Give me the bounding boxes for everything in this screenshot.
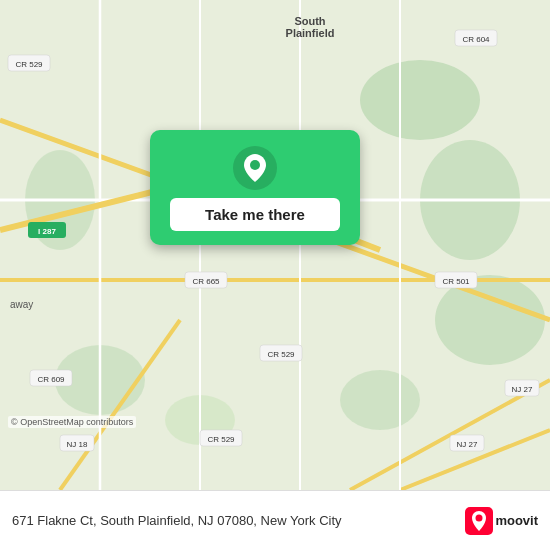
svg-text:I 287: I 287 [38,227,56,236]
address-text: 671 Flakne Ct, South Plainfield, NJ 0708… [12,513,465,528]
take-me-there-button[interactable]: Take me there [170,198,340,231]
svg-text:NJ 27: NJ 27 [512,385,533,394]
map-container: CR 529 CR 604 I 287 I 287 CR 665 CR 501 … [0,0,550,490]
svg-point-3 [435,275,545,365]
svg-point-4 [340,370,420,430]
moovit-label: moovit [495,513,538,528]
svg-text:CR 609: CR 609 [37,375,65,384]
svg-text:NJ 18: NJ 18 [67,440,88,449]
svg-text:South: South [294,15,325,27]
svg-text:CR 529: CR 529 [207,435,235,444]
svg-text:away: away [10,299,33,310]
svg-point-1 [360,60,480,140]
svg-text:CR 604: CR 604 [462,35,490,44]
svg-point-50 [476,514,483,521]
moovit-pin-icon [465,507,493,535]
moovit-logo: moovit [465,507,538,535]
svg-text:CR 665: CR 665 [192,277,220,286]
location-pin-icon [233,146,277,190]
bottom-bar: 671 Flakne Ct, South Plainfield, NJ 0708… [0,490,550,550]
location-card: Take me there [150,130,360,245]
svg-text:Plainfield: Plainfield [286,27,335,39]
svg-point-48 [250,160,260,170]
svg-text:CR 529: CR 529 [267,350,295,359]
openstreetmap-credit: © OpenStreetMap contributors [8,416,136,428]
svg-text:CR 529: CR 529 [15,60,43,69]
svg-text:CR 501: CR 501 [442,277,470,286]
svg-text:NJ 27: NJ 27 [457,440,478,449]
